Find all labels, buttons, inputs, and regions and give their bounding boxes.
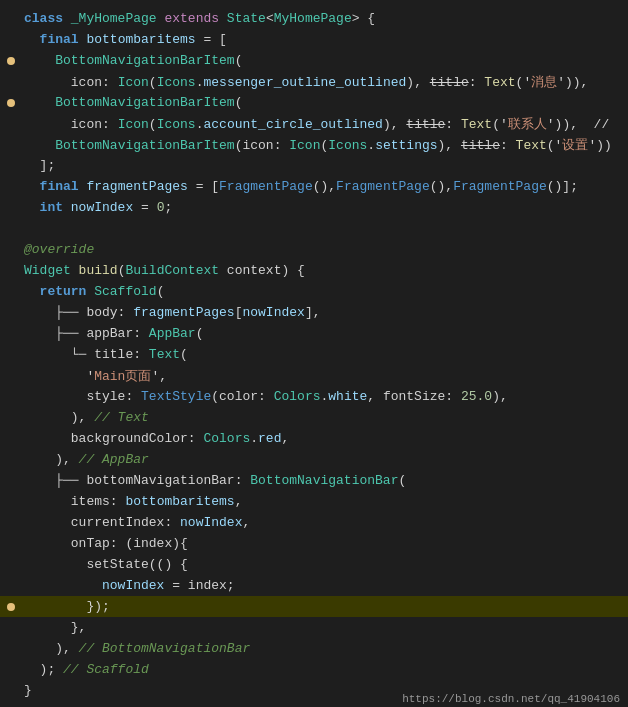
token: // Scaffold [63,662,149,677]
token: fragmentPages [133,305,234,320]
token: Text [516,138,547,153]
code-text: int nowIndex = 0; [18,200,628,215]
token: style: [24,389,141,404]
token: ), [438,138,461,153]
code-line: └─ title: Text( [0,344,628,365]
token: ' [557,75,565,90]
token: , [281,431,289,446]
code-text: BottomNavigationBarItem( [18,95,628,110]
code-line: nowIndex = index; [0,575,628,596]
token: bottombaritems [86,32,195,47]
token: nowIndex [242,305,304,320]
token: TextStyle [141,389,211,404]
code-text: currentIndex: nowIndex, [18,515,628,530]
code-text: @override [18,242,628,257]
token: : [469,75,485,90]
token: AppBar [149,326,196,341]
token: nowIndex [102,578,164,593]
token: ), [492,389,508,404]
token: ), [24,641,79,656]
token: } [24,683,32,698]
code-text: ├── bottomNavigationBar: BottomNavigatio… [18,473,628,488]
token: currentIndex: [24,515,180,530]
token: icon: [24,75,118,90]
token: ' [24,369,94,384]
token: ' [547,117,555,132]
token: Icon [289,138,320,153]
code-text: 'Main页面', [18,367,628,385]
token: = [ [188,179,219,194]
token: 消息 [531,75,557,90]
token: ), [24,410,94,425]
token: bottombaritems [125,494,234,509]
token: @override [24,242,94,257]
code-line: style: TextStyle(color: Colors.white, fo… [0,386,628,407]
code-line [0,218,628,239]
token: settings [375,138,437,153]
token: )), // [555,117,610,132]
token: )), [565,75,588,90]
token: (), [430,179,453,194]
token: onTap: (index){ [24,536,188,551]
token: └─ title: [24,347,149,362]
code-line: final fragmentPages = [FragmentPage(),Fr… [0,176,628,197]
token: ( [157,284,165,299]
token: , fontSize: [367,389,461,404]
code-text: ├── appBar: AppBar( [18,326,628,341]
token: title [406,117,445,132]
code-line: ├── bottomNavigationBar: BottomNavigatio… [0,470,628,491]
code-text: BottomNavigationBarItem(icon: Icon(Icons… [18,136,628,154]
token: ], [305,305,321,320]
token: // Text [94,410,149,425]
breakpoint-dot [7,603,15,611]
code-line: ), // Text [0,407,628,428]
token: (icon: [235,138,290,153]
token: : [445,117,461,132]
code-text: ), // AppBar [18,452,628,467]
token: ( [235,95,243,110]
token: Icon [118,75,149,90]
code-text: ├── body: fragmentPages[nowIndex], [18,305,628,320]
token: messenger_outline_outlined [203,75,406,90]
code-text: ); // Scaffold [18,662,628,677]
code-text: final fragmentPages = [FragmentPage(),Fr… [18,179,628,194]
token: ]; [24,158,55,173]
token [24,578,102,593]
token: BottomNavigationBarItem [55,95,234,110]
code-text: }, [18,620,628,635]
code-line: class _MyHomePage extends State<MyHomePa… [0,8,628,29]
token: ├── bottomNavigationBar: [24,473,250,488]
token: // AppBar [79,452,149,467]
code-text: return Scaffold( [18,284,628,299]
token: final [40,179,87,194]
token: FragmentPage [219,179,313,194]
token: = index; [164,578,234,593]
token: Widget [24,263,79,278]
token: Text [149,347,180,362]
token: (), [313,179,336,194]
token: ; [164,200,172,215]
code-line: BottomNavigationBarItem( [0,92,628,113]
token: setState(() { [24,557,188,572]
token: = [133,200,156,215]
code-text: icon: Icon(Icons.messenger_outline_outli… [18,73,628,91]
token: (' [492,117,508,132]
code-line: ├── appBar: AppBar( [0,323,628,344]
code-text: icon: Icon(Icons.account_circle_outlined… [18,115,628,133]
code-line: 'Main页面', [0,365,628,386]
token: ( [149,117,157,132]
token: final [40,32,87,47]
token: build [79,263,118,278]
token: title [430,75,469,90]
token: BottomNavigationBarItem [55,53,234,68]
code-text: style: TextStyle(color: Colors.white, fo… [18,389,628,404]
code-text: onTap: (index){ [18,536,628,551]
token: )) [596,138,612,153]
code-line: setState(() { [0,554,628,575]
token: , [235,494,243,509]
token [24,138,55,153]
token: Text [461,117,492,132]
token: backgroundColor: [24,431,203,446]
watermark-link: https://blog.csdn.net/qq_41904106 [402,693,620,705]
token: ', [151,369,167,384]
